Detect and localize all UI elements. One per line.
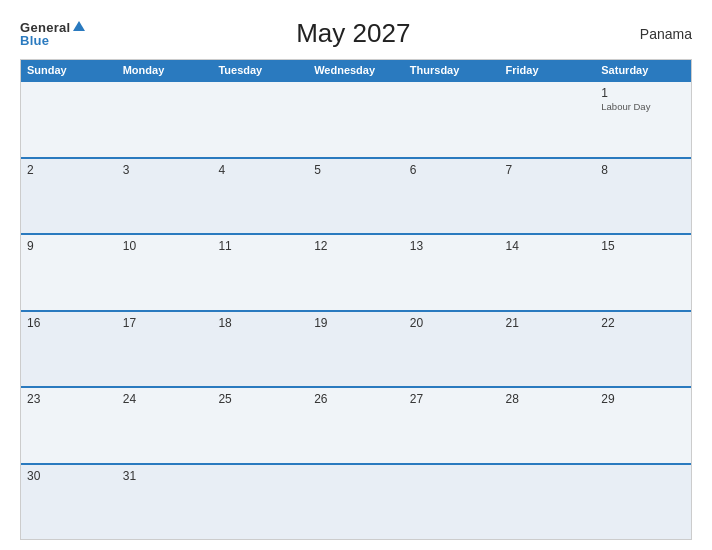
calendar-week-3: 9101112131415 <box>21 233 691 310</box>
day-number: 8 <box>601 163 685 177</box>
day-number: 20 <box>410 316 494 330</box>
country-label: Panama <box>622 26 692 42</box>
calendar-cell: 13 <box>404 235 500 310</box>
day-number: 28 <box>506 392 590 406</box>
calendar-cell: 28 <box>500 388 596 463</box>
day-number: 11 <box>218 239 302 253</box>
day-number: 2 <box>27 163 111 177</box>
day-number: 13 <box>410 239 494 253</box>
day-number: 26 <box>314 392 398 406</box>
calendar-cell <box>212 82 308 157</box>
calendar-week-6: 3031 <box>21 463 691 540</box>
day-number: 29 <box>601 392 685 406</box>
calendar-header: SundayMondayTuesdayWednesdayThursdayFrid… <box>21 60 691 80</box>
day-number: 24 <box>123 392 207 406</box>
calendar-cell: 19 <box>308 312 404 387</box>
calendar-cell: 22 <box>595 312 691 387</box>
calendar-body: 1Labour Day23456789101112131415161718192… <box>21 80 691 539</box>
calendar-cell: 29 <box>595 388 691 463</box>
calendar-cell: 18 <box>212 312 308 387</box>
day-number: 19 <box>314 316 398 330</box>
day-number: 1 <box>601 86 685 100</box>
calendar-cell <box>500 82 596 157</box>
page: General Blue May 2027 Panama SundayMonda… <box>0 0 712 550</box>
logo-general-text: General <box>20 21 71 34</box>
logo-blue-text: Blue <box>20 34 49 47</box>
calendar-cell: 3 <box>117 159 213 234</box>
day-number: 30 <box>27 469 111 483</box>
calendar-cell: 25 <box>212 388 308 463</box>
day-number: 9 <box>27 239 111 253</box>
header-day-sunday: Sunday <box>21 60 117 80</box>
calendar-cell <box>308 465 404 540</box>
calendar-cell: 30 <box>21 465 117 540</box>
calendar-cell: 20 <box>404 312 500 387</box>
day-number: 25 <box>218 392 302 406</box>
calendar-title: May 2027 <box>85 18 622 49</box>
calendar-cell: 26 <box>308 388 404 463</box>
calendar-cell: 6 <box>404 159 500 234</box>
calendar-cell: 5 <box>308 159 404 234</box>
day-number: 12 <box>314 239 398 253</box>
logo-triangle-icon <box>73 21 85 31</box>
calendar-cell: 17 <box>117 312 213 387</box>
calendar-week-1: 1Labour Day <box>21 80 691 157</box>
day-number: 7 <box>506 163 590 177</box>
calendar-cell: 10 <box>117 235 213 310</box>
header-day-thursday: Thursday <box>404 60 500 80</box>
day-number: 5 <box>314 163 398 177</box>
day-number: 15 <box>601 239 685 253</box>
calendar-cell <box>117 82 213 157</box>
calendar-cell <box>308 82 404 157</box>
calendar-cell: 23 <box>21 388 117 463</box>
calendar-cell: 11 <box>212 235 308 310</box>
calendar-cell: 1Labour Day <box>595 82 691 157</box>
calendar-cell: 7 <box>500 159 596 234</box>
calendar-cell: 16 <box>21 312 117 387</box>
calendar-cell: 2 <box>21 159 117 234</box>
calendar: SundayMondayTuesdayWednesdayThursdayFrid… <box>20 59 692 540</box>
day-number: 14 <box>506 239 590 253</box>
header-day-saturday: Saturday <box>595 60 691 80</box>
day-number: 10 <box>123 239 207 253</box>
calendar-cell: 31 <box>117 465 213 540</box>
calendar-cell <box>212 465 308 540</box>
calendar-cell: 27 <box>404 388 500 463</box>
calendar-cell: 14 <box>500 235 596 310</box>
day-number: 17 <box>123 316 207 330</box>
calendar-cell <box>21 82 117 157</box>
header-day-tuesday: Tuesday <box>212 60 308 80</box>
calendar-cell: 12 <box>308 235 404 310</box>
day-number: 23 <box>27 392 111 406</box>
calendar-cell: 15 <box>595 235 691 310</box>
header-day-monday: Monday <box>117 60 213 80</box>
calendar-week-5: 23242526272829 <box>21 386 691 463</box>
calendar-week-2: 2345678 <box>21 157 691 234</box>
day-number: 18 <box>218 316 302 330</box>
calendar-cell: 9 <box>21 235 117 310</box>
header-day-wednesday: Wednesday <box>308 60 404 80</box>
header-day-friday: Friday <box>500 60 596 80</box>
calendar-cell: 4 <box>212 159 308 234</box>
day-number: 4 <box>218 163 302 177</box>
calendar-cell <box>404 82 500 157</box>
calendar-cell <box>500 465 596 540</box>
calendar-cell: 21 <box>500 312 596 387</box>
logo: General Blue <box>20 21 85 47</box>
day-number: 16 <box>27 316 111 330</box>
day-number: 22 <box>601 316 685 330</box>
calendar-week-4: 16171819202122 <box>21 310 691 387</box>
day-number: 27 <box>410 392 494 406</box>
calendar-cell: 24 <box>117 388 213 463</box>
calendar-cell <box>595 465 691 540</box>
day-number: 21 <box>506 316 590 330</box>
day-number: 6 <box>410 163 494 177</box>
day-number: 3 <box>123 163 207 177</box>
day-number: 31 <box>123 469 207 483</box>
calendar-cell: 8 <box>595 159 691 234</box>
calendar-cell <box>404 465 500 540</box>
day-event: Labour Day <box>601 101 685 112</box>
header: General Blue May 2027 Panama <box>20 18 692 49</box>
